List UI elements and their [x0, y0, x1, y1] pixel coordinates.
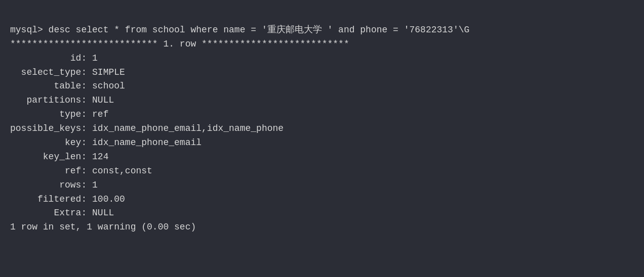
row-filtered: filtered: 100.00	[10, 193, 634, 207]
row-table: table: school	[10, 79, 634, 94]
row-id: id: 1	[10, 52, 634, 66]
row-key: key: idx_name_phone_email	[10, 136, 634, 150]
row-type: type: ref	[10, 108, 634, 122]
footer: 1 row in set, 1 warning (0.00 sec)	[10, 220, 634, 235]
row-ref: ref: const,const	[10, 164, 634, 178]
row-partitions: partitions: NULL	[10, 94, 634, 108]
terminal-window: mysql> desc select * from school where n…	[0, 0, 644, 277]
cmd-line: mysql> desc select * from school where n…	[10, 23, 634, 37]
row-extra: Extra: NULL	[10, 206, 634, 220]
row-possible-keys: possible_keys: idx_name_phone_email,idx_…	[10, 122, 634, 136]
row-key-len: key_len: 124	[10, 150, 634, 164]
row-rows: rows: 1	[10, 178, 634, 193]
row-select-type: select_type: SIMPLE	[10, 66, 634, 80]
separator-top: *************************** 1. row *****…	[10, 37, 634, 52]
